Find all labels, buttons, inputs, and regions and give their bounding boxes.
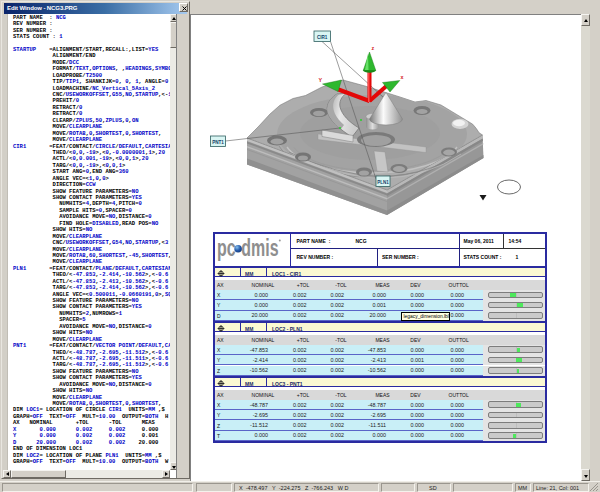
svg-text:z: z (372, 45, 375, 51)
svg-text:PNT1: PNT1 (212, 140, 224, 145)
svg-text:x: x (401, 74, 404, 80)
svg-text:pc: pc (217, 235, 236, 261)
svg-text:Y: Y (319, 77, 323, 83)
svg-text:CIR1: CIR1 (317, 35, 328, 40)
svg-text:PLN1: PLN1 (377, 180, 389, 185)
svg-text:dmis: dmis (241, 235, 278, 261)
